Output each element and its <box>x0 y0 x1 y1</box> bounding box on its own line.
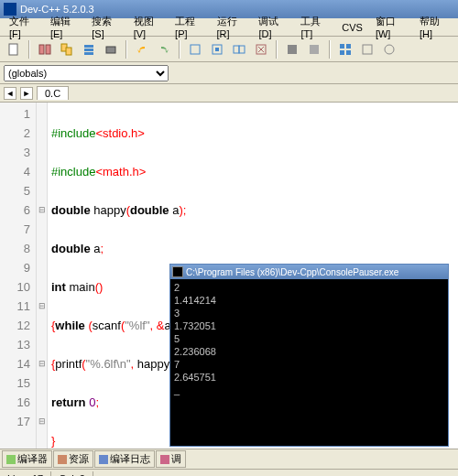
menu-debug[interactable]: 调试[D] <box>253 13 293 41</box>
svg-rect-20 <box>346 50 351 55</box>
svg-rect-23 <box>6 455 16 464</box>
menu-file[interactable]: 文件[F] <box>4 13 43 41</box>
console-icon <box>172 266 183 277</box>
menu-search[interactable]: 搜索[S] <box>86 13 125 41</box>
menu-edit[interactable]: 编辑[E] <box>45 13 84 41</box>
svg-rect-5 <box>84 45 93 48</box>
tb-btn-12[interactable] <box>357 39 377 60</box>
svg-rect-2 <box>46 45 50 54</box>
svg-rect-8 <box>106 47 115 53</box>
file-tab[interactable]: 0.C <box>37 86 69 100</box>
scope-select[interactable]: (globals) <box>4 65 169 81</box>
svg-rect-21 <box>363 45 372 54</box>
tab-next-icon[interactable]: ► <box>20 87 33 100</box>
svg-rect-24 <box>58 455 67 464</box>
btab-resources[interactable]: 资源 <box>53 450 93 468</box>
status-line: Line: 17 <box>0 471 51 477</box>
tb-btn-9[interactable] <box>282 39 302 60</box>
tb-btn-3[interactable] <box>79 39 99 60</box>
scope-bar: (globals) <box>0 62 458 84</box>
svg-rect-6 <box>84 49 93 51</box>
console-output: 21.41421431.73205152.23606872.645751_ <box>170 279 448 398</box>
menu-project[interactable]: 工程[P] <box>169 13 209 41</box>
svg-rect-15 <box>288 45 297 54</box>
toolbar <box>0 37 458 62</box>
svg-point-22 <box>385 45 394 54</box>
svg-rect-0 <box>9 44 17 55</box>
bottom-tabs: 编译器 资源 编译日志 调 <box>0 449 458 469</box>
svg-rect-18 <box>346 44 351 49</box>
redo-button[interactable] <box>154 39 174 60</box>
svg-rect-17 <box>340 44 344 49</box>
tb-btn-8[interactable] <box>251 39 271 60</box>
tb-btn-5[interactable] <box>185 39 205 60</box>
svg-rect-1 <box>39 45 44 54</box>
tb-btn-2[interactable] <box>57 39 77 60</box>
tb-btn-10[interactable] <box>304 39 324 60</box>
undo-button[interactable] <box>132 39 152 60</box>
svg-rect-7 <box>84 52 93 55</box>
svg-rect-11 <box>215 48 219 51</box>
svg-rect-25 <box>99 455 108 464</box>
menubar: 文件[F] 编辑[E] 搜索[S] 视图[V] 工程[P] 运行[R] 调试[D… <box>0 18 458 37</box>
console-window[interactable]: C:\Program Files (x86)\Dev-Cpp\ConsolePa… <box>169 264 449 447</box>
tb-btn-7[interactable] <box>229 39 249 60</box>
status-col: Col: 2 <box>51 471 93 477</box>
tb-btn-4[interactable] <box>101 39 121 60</box>
new-button[interactable] <box>4 39 24 60</box>
menu-window[interactable]: 窗口[W] <box>370 13 412 41</box>
svg-rect-9 <box>191 45 200 54</box>
svg-rect-13 <box>239 46 245 53</box>
tb-btn-6[interactable] <box>207 39 227 60</box>
tab-prev-icon[interactable]: ◄ <box>4 87 16 100</box>
btab-compiler[interactable]: 编译器 <box>2 450 52 468</box>
svg-rect-4 <box>66 48 71 55</box>
status-bar: Line: 17 Col: 2 <box>0 469 458 476</box>
tb-btn-11[interactable] <box>335 39 355 60</box>
menu-help[interactable]: 帮助[H] <box>414 13 454 41</box>
btab-compilelog[interactable]: 编译日志 <box>94 450 155 468</box>
svg-rect-19 <box>340 50 344 55</box>
line-gutter: 1234567891011121314151617 <box>0 103 37 449</box>
svg-rect-26 <box>160 455 169 464</box>
svg-rect-12 <box>234 46 239 53</box>
menu-view[interactable]: 视图[V] <box>128 13 168 41</box>
svg-rect-16 <box>310 45 319 54</box>
menu-cvs[interactable]: CVS <box>336 20 368 35</box>
tb-btn-13[interactable] <box>379 39 399 60</box>
tab-bar: ◄ ► 0.C <box>0 84 458 103</box>
fold-gutter: ⊟⊟⊟⊟ <box>37 103 48 449</box>
menu-tools[interactable]: 工具[T] <box>295 13 334 41</box>
btab-debug[interactable]: 调 <box>156 450 186 468</box>
console-titlebar[interactable]: C:\Program Files (x86)\Dev-Cpp\ConsolePa… <box>170 265 448 279</box>
tb-btn-1[interactable] <box>35 39 55 60</box>
menu-run[interactable]: 运行[R] <box>212 13 252 41</box>
